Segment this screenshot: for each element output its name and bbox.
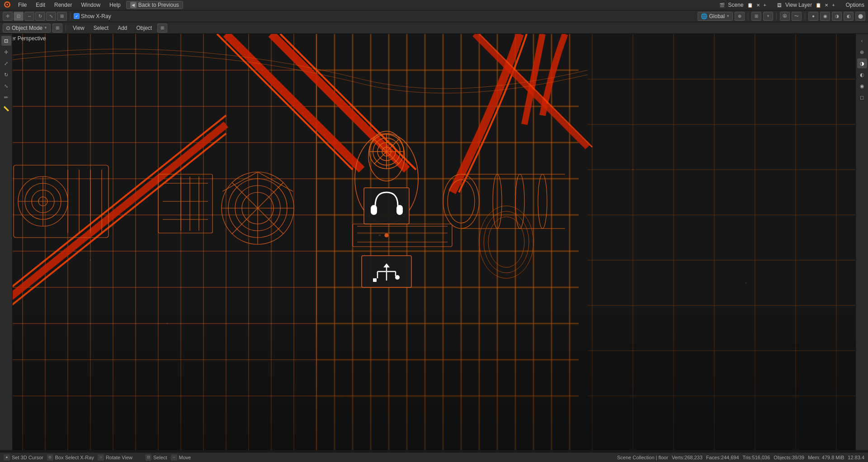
dropdown-arrow: ▼ [726,14,730,18]
menu-edit[interactable]: Edit [32,1,49,9]
add-scene-icon[interactable]: + [764,2,766,8]
status-move: ↔ Move [171,454,191,461]
object-mode-dropdown[interactable]: ⊙ Object Mode ▼ [3,24,51,33]
verts-info: Verts:268,233 [672,455,703,460]
global-icon: 🌐 [701,13,708,19]
viewport-shading-wire[interactable]: ◻ [857,92,867,102]
add-label: Add [118,25,127,31]
back-to-previous-button[interactable]: ◀ Back to Previous [126,1,183,9]
svg-rect-119 [371,205,377,215]
snap-toggle-btn[interactable]: ⊞ [751,12,761,21]
svg-rect-120 [396,205,403,215]
scale-tool[interactable]: ⤡ [1,81,11,91]
overlay-shading-btn3[interactable]: ◑ [832,12,842,21]
viewport-shading-render[interactable]: ◉ [857,81,867,91]
viewport-shading-solid[interactable]: ◑ [857,58,867,68]
rotate-tool-btn[interactable]: ↻ [35,12,45,21]
move-status-label: Move [179,455,191,460]
svg-rect-126 [373,278,377,282]
version-info: 12.83.4 [848,455,864,460]
move-tool[interactable]: ⤢ [1,58,11,68]
overlay-shading-btn1[interactable]: ● [808,12,818,21]
status-rotate: ○ Rotate View [98,454,132,461]
mode-extra-btn[interactable]: ⊞ [52,24,62,33]
select-tool-btn[interactable]: ⊡ [14,12,24,21]
annotate-tool[interactable]: ✏ [1,92,11,102]
scale-tool-btn[interactable]: ⤡ [46,12,56,21]
mmb-icon: ⊙ [47,454,53,461]
overlay-shading-btn2[interactable]: ◉ [820,12,830,21]
set-3d-cursor-label: Set 3D Cursor [12,455,43,460]
mode-bar: ⊙ Object Mode ▼ ⊞ View Select Add Object… [0,22,868,34]
object-menu-btn[interactable]: Object [132,24,156,33]
select-label: Select [94,25,108,31]
mode-sep [66,24,66,32]
menu-help[interactable]: Help [106,1,124,9]
copy-scene-icon[interactable]: 📋 [747,3,753,8]
copy-layer-icon[interactable]: 📋 [816,3,821,8]
select-box-tool[interactable]: ⊡ [1,36,11,46]
del-scene-icon[interactable]: ✕ [756,3,760,8]
right-panel-toggle[interactable]: ‹ [857,36,867,46]
transform-tool-btn[interactable]: ⊞ [57,12,67,21]
status-bar: ● Set 3D Cursor ⊙ Box Select X-Ray ○ Rot… [0,452,868,462]
objects-info: Objects:39/39 [774,455,804,460]
sep3 [776,13,777,20]
global-label: Global [709,13,725,19]
add-layer-icon[interactable]: + [832,2,835,8]
sep1 [70,13,71,20]
wireframe-scene [0,34,868,450]
mode-dropdown-arrow: ▼ [44,26,47,30]
overlay-shading-btn5[interactable]: ⬤ [855,12,865,21]
menu-render[interactable]: Render [51,1,75,9]
select-icon: ⊡ [145,454,151,461]
overlay-shading-btn4[interactable]: ◐ [844,12,854,21]
status-select: ⊡ Select [145,454,167,461]
toolbar: ✛ ⊡ ↔ ↻ ⤡ ⊞ ✓ Show X-Ray 🌐 Global ▼ ⊕ ⊞ … [0,10,868,22]
snap-options-dropdown[interactable]: ▼ [763,12,773,21]
add-menu-btn[interactable]: Add [114,24,131,33]
rotate-view-label: Rotate View [106,455,132,460]
pivot-btn[interactable]: ⊕ [735,12,745,21]
left-toolbar: ⊡ ✛ ⤢ ↻ ⤡ ✏ 📏 [0,34,13,450]
more-options-btn[interactable]: ⊞ [157,24,167,33]
status-set-3d-cursor: ● Set 3D Cursor [4,454,43,461]
svg-point-147 [379,234,381,236]
measure-tool[interactable]: 📏 [1,104,11,114]
scene-collection-info: Scene Collection | floor [617,455,668,460]
mem-info: Mem: 479.8 MiB [808,455,844,460]
tool-group-select: ✛ ⊡ ↔ ↻ ⤡ ⊞ [3,12,67,21]
select-status-label: Select [153,455,167,460]
move-tool-btn[interactable]: ↔ [24,12,34,21]
menu-file[interactable]: File [14,1,30,9]
move-icon: ↔ [171,454,177,461]
options-label[interactable]: Options [846,2,864,8]
transform-orientation-dropdown[interactable]: 🌐 Global ▼ [698,12,733,21]
viewport-controls-right: 🌐 Global ▼ ⊕ ⊞ ▼ ⦿ 〜 ● ◉ ◑ ◐ ⬤ [698,12,865,21]
proportional-falloff-btn[interactable]: 〜 [792,12,802,21]
right-panel: ‹ ⊕ ◑ ◐ ◉ ◻ [855,34,868,450]
svg-point-127 [395,275,400,280]
select-menu-btn[interactable]: Select [90,24,112,33]
snap-arrow: ▼ [766,14,770,18]
back-icon: ◀ [130,2,137,8]
object-mode-label: Object Mode [12,25,42,31]
proportional-edit-btn[interactable]: ⦿ [780,12,790,21]
del-layer-icon[interactable]: ✕ [825,3,828,8]
menu-window[interactable]: Window [77,1,104,9]
view-menu-btn[interactable]: View [69,24,88,33]
cursor-tool[interactable]: ✛ [1,47,11,57]
overlay-btn[interactable]: ⊕ [857,47,867,57]
status-right-info: Scene Collection | floor Verts:268,233 F… [617,455,864,460]
show-xray-toggle[interactable]: ✓ Show X-Ray [74,13,111,19]
3d-viewport[interactable] [0,34,868,450]
svg-point-133 [385,233,388,237]
rotate-tool[interactable]: ↻ [1,70,11,80]
viewport-shading-material[interactable]: ◐ [857,70,867,80]
svg-point-145 [167,323,168,324]
object-mode-icon: ⊙ [6,25,10,31]
faces-info: Faces:244,694 [706,455,739,460]
cursor-tool-btn[interactable]: ✛ [3,12,13,21]
sep2 [748,13,748,20]
svg-rect-118 [364,188,409,224]
